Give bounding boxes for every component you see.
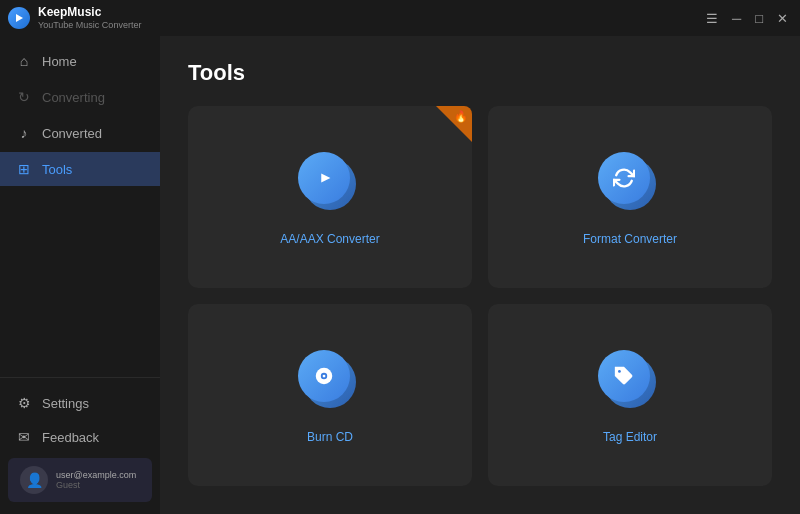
user-email: user@example.com <box>56 470 136 480</box>
tool-card-aa-aax[interactable]: 🔥 AA/AAX Converter <box>188 106 472 288</box>
sidebar: ⌂ Home ↻ Converting ♪ Converted ⊞ Tools … <box>0 36 160 514</box>
sidebar-item-label: Home <box>42 54 77 69</box>
nav-menu: ⌂ Home ↻ Converting ♪ Converted ⊞ Tools <box>0 44 160 377</box>
feedback-icon: ✉ <box>16 429 32 445</box>
app-branding: KeepMusic YouTube Music Converter <box>8 5 141 30</box>
sidebar-item-label: Tools <box>42 162 72 177</box>
tool-card-format[interactable]: Format Converter <box>488 106 772 288</box>
tool-icon-aa-aax <box>294 148 366 220</box>
svg-marker-0 <box>16 14 23 22</box>
sidebar-item-label: Converted <box>42 126 102 141</box>
user-plan: Guest <box>56 480 136 490</box>
window-controls: ☰ ─ □ ✕ <box>706 12 788 25</box>
settings-icon: ⚙ <box>16 395 32 411</box>
new-badge: 🔥 <box>436 106 472 142</box>
avatar: 👤 <box>20 466 48 494</box>
tool-icon-format <box>594 148 666 220</box>
svg-point-4 <box>323 375 326 378</box>
tool-label-burn-cd: Burn CD <box>307 430 353 444</box>
tool-label-tag-editor: Tag Editor <box>603 430 657 444</box>
tools-grid: 🔥 AA/AAX Converter <box>188 106 772 486</box>
tool-icon-burn-cd <box>294 346 366 418</box>
user-info[interactable]: 👤 user@example.com Guest <box>8 458 152 502</box>
menu-button[interactable]: ☰ <box>706 12 718 25</box>
sidebar-item-converted[interactable]: ♪ Converted <box>0 116 160 150</box>
badge-icon: 🔥 <box>454 110 468 123</box>
sidebar-item-label: Feedback <box>42 430 99 445</box>
converting-icon: ↻ <box>16 89 32 105</box>
sidebar-item-converting: ↻ Converting <box>0 80 160 114</box>
sidebar-item-home[interactable]: ⌂ Home <box>0 44 160 78</box>
app-name-block: KeepMusic YouTube Music Converter <box>38 5 141 30</box>
title-bar: KeepMusic YouTube Music Converter ☰ ─ □ … <box>0 0 800 36</box>
main-layout: ⌂ Home ↻ Converting ♪ Converted ⊞ Tools … <box>0 36 800 514</box>
tool-icon-tag-editor <box>594 346 666 418</box>
page-title: Tools <box>188 60 772 86</box>
app-logo <box>8 7 30 29</box>
app-name: KeepMusic <box>38 5 141 19</box>
content-area: Tools 🔥 <box>160 36 800 514</box>
tool-card-tag-editor[interactable]: Tag Editor <box>488 304 772 486</box>
tools-icon: ⊞ <box>16 161 32 177</box>
tool-label-format: Format Converter <box>583 232 677 246</box>
user-text: user@example.com Guest <box>56 470 136 490</box>
sidebar-item-feedback[interactable]: ✉ Feedback <box>0 420 160 454</box>
home-icon: ⌂ <box>16 53 32 69</box>
close-button[interactable]: ✕ <box>777 12 788 25</box>
tool-label-aa-aax: AA/AAX Converter <box>280 232 379 246</box>
converted-icon: ♪ <box>16 125 32 141</box>
sidebar-item-settings[interactable]: ⚙ Settings <box>0 386 160 420</box>
tool-card-burn-cd[interactable]: Burn CD <box>188 304 472 486</box>
sidebar-item-label: Converting <box>42 90 105 105</box>
maximize-button[interactable]: □ <box>755 12 763 25</box>
svg-marker-1 <box>321 173 330 182</box>
minimize-button[interactable]: ─ <box>732 12 741 25</box>
app-subtitle: YouTube Music Converter <box>38 20 141 31</box>
sidebar-item-tools[interactable]: ⊞ Tools <box>0 152 160 186</box>
sidebar-bottom: ⚙ Settings ✉ Feedback 👤 user@example.com… <box>0 377 160 514</box>
sidebar-item-label: Settings <box>42 396 89 411</box>
